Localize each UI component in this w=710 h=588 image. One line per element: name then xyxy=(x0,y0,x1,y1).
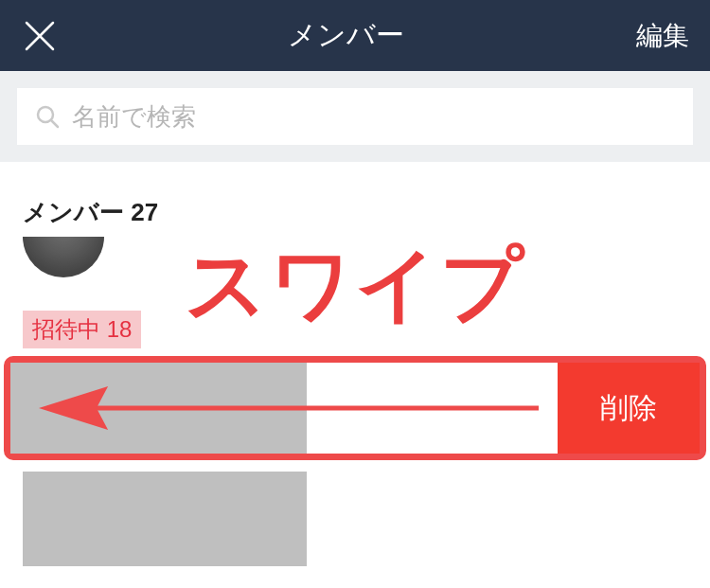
app-header: メンバー 編集 xyxy=(0,0,710,71)
swipe-reveal-area xyxy=(307,363,558,454)
delete-button[interactable]: 削除 xyxy=(558,363,700,454)
close-button[interactable] xyxy=(21,17,59,55)
search-bar-container: 名前で検索 xyxy=(0,71,710,162)
invited-badge: 招待中 18 xyxy=(23,311,141,348)
search-icon xyxy=(34,103,61,130)
search-placeholder: 名前で検索 xyxy=(72,100,196,134)
avatar xyxy=(23,237,104,277)
members-count-label: メンバー 27 xyxy=(0,196,710,237)
list-item[interactable] xyxy=(23,472,307,566)
close-icon xyxy=(24,20,56,52)
search-input[interactable]: 名前で検索 xyxy=(17,88,693,145)
members-section: メンバー 27 招待中 18 削除 xyxy=(0,162,710,566)
page-title: メンバー xyxy=(59,16,632,55)
edit-button[interactable]: 編集 xyxy=(632,18,689,54)
svg-line-3 xyxy=(51,120,58,127)
list-item[interactable] xyxy=(10,363,307,454)
swipe-row-highlight: 削除 xyxy=(4,356,706,460)
